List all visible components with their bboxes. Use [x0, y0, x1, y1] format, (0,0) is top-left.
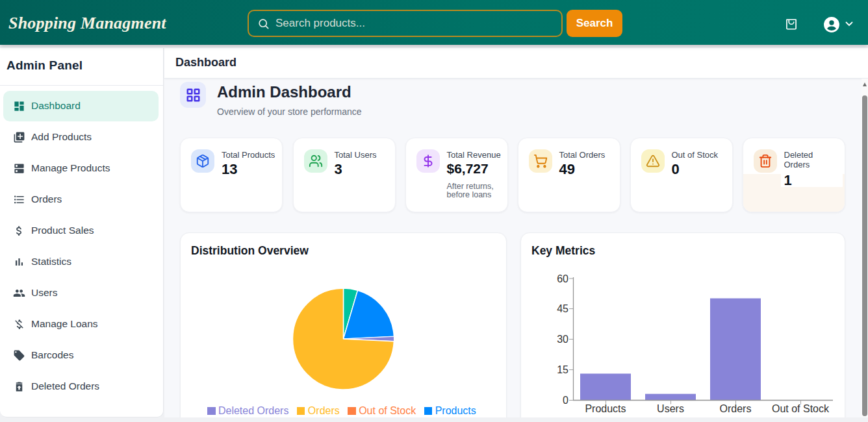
svg-text:30: 30 [557, 334, 568, 345]
svg-text:15: 15 [557, 364, 568, 375]
svg-text:Orders: Orders [720, 403, 752, 414]
svg-text:60: 60 [557, 273, 568, 284]
svg-text:0: 0 [563, 395, 568, 406]
svg-text:45: 45 [557, 303, 568, 314]
svg-text:Out of Stock: Out of Stock [772, 403, 830, 414]
svg-text:Users: Users [657, 403, 684, 414]
svg-text:Products: Products [585, 403, 626, 414]
